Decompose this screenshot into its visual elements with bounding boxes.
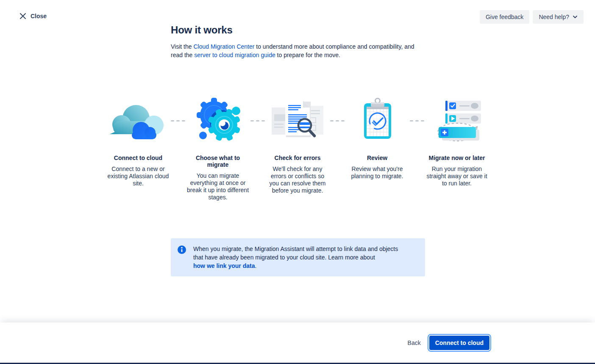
step-title: Review — [367, 154, 387, 161]
intro-paragraph: Visit the Cloud Migration Center to unde… — [171, 42, 417, 59]
step-migrate-now-or-later: Migrate now or later Run your migration … — [425, 94, 489, 187]
dashed-connector — [330, 120, 345, 121]
document-search-illustration — [266, 94, 329, 147]
close-button[interactable]: Close — [18, 11, 48, 21]
connect-to-cloud-button[interactable]: Connect to cloud — [429, 336, 489, 350]
info-icon — [178, 245, 186, 270]
intro-text: Visit the — [171, 43, 193, 50]
chevron-down-icon — [573, 15, 578, 19]
page-title: How it works — [171, 24, 233, 36]
gears-illustration — [186, 94, 250, 147]
dashed-connector — [170, 120, 186, 121]
footer-bar: Back Connect to cloud — [0, 323, 595, 363]
step-description: You can migrate everything at once or br… — [186, 172, 250, 201]
step-title: Choose what to migrate — [186, 154, 250, 168]
step-description: We'll check for any errors or conflicts … — [265, 165, 330, 194]
migration-list-illustration — [425, 94, 489, 147]
step-title: Connect to cloud — [114, 154, 162, 161]
step-title: Migrate now or later — [428, 154, 485, 161]
step-title: Check for errors — [275, 154, 321, 161]
give-feedback-button[interactable]: Give feedback — [480, 10, 530, 24]
banner-line: When you migrate, the Migration Assistan… — [193, 245, 398, 252]
banner-line: . — [255, 262, 256, 269]
dashed-connector — [409, 120, 425, 121]
steps-row: Connect to cloud Connect to a new or exi… — [106, 94, 489, 201]
how-we-link-your-data-link[interactable]: how we link your data — [193, 262, 255, 269]
info-banner: When you migrate, the Migration Assistan… — [171, 238, 425, 276]
step-connect-to-cloud: Connect to cloud Connect to a new or exi… — [106, 94, 170, 187]
need-help-label: Need help? — [539, 14, 569, 20]
step-description: Review what you're planning to migrate. — [345, 165, 409, 180]
close-icon — [19, 13, 26, 19]
intro-text: to prepare for the move. — [275, 52, 340, 58]
cloud-migration-center-link[interactable]: Cloud Migration Center — [193, 43, 254, 50]
give-feedback-label: Give feedback — [486, 14, 524, 20]
step-description: Run your migration straight away or save… — [425, 165, 489, 187]
banner-line: that have already been migrated to your … — [193, 254, 375, 261]
clipboard-check-illustration — [345, 94, 409, 147]
info-banner-text: When you migrate, the Migration Assistan… — [193, 245, 398, 270]
dashed-connector — [250, 120, 265, 121]
back-button[interactable]: Back — [403, 336, 426, 350]
migration-guide-link[interactable]: server to cloud migration guide — [194, 52, 275, 58]
close-label: Close — [31, 13, 47, 19]
step-review: Review Review what you're planning to mi… — [345, 94, 409, 180]
need-help-dropdown-button[interactable]: Need help? — [533, 10, 584, 24]
step-choose-what-to-migrate: Choose what to migrate You can migrate e… — [186, 94, 250, 201]
cloud-illustration — [106, 94, 170, 147]
header-actions: Give feedback Need help? — [480, 10, 584, 24]
step-description: Connect to a new or existing Atlassian c… — [106, 165, 170, 187]
step-check-for-errors: Check for errors We'll check for any err… — [265, 94, 330, 194]
migration-assistant-how-it-works-screen: Close Give feedback Need help? How it wo… — [0, 0, 595, 364]
